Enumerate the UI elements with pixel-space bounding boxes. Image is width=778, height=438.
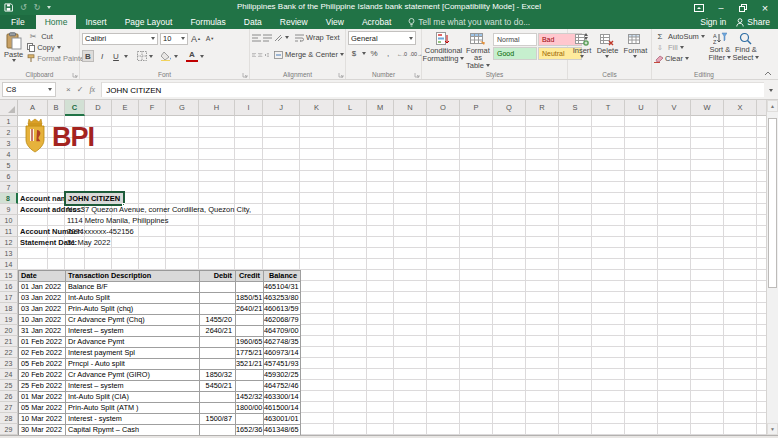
sign-in-link[interactable]: Sign in (700, 17, 726, 27)
row20-credit[interactable] (236, 326, 264, 337)
row22-debit[interactable] (200, 348, 236, 359)
cell-area[interactable]: BPI Account name:Account address:No. 37 … (18, 116, 766, 435)
merge-dropdown-icon[interactable] (340, 53, 344, 56)
comma-icon[interactable]: , (382, 48, 394, 60)
column-header-M[interactable]: M (367, 100, 394, 116)
decrease-font-icon[interactable]: A▼ (204, 33, 216, 45)
row20-description[interactable]: Interest – system (66, 326, 200, 337)
row29-debit[interactable] (200, 425, 236, 435)
row17-credit[interactable]: 1850/51 (236, 293, 264, 304)
tab-page-layout[interactable]: Page Layout (116, 15, 182, 29)
row29-description[interactable]: Capital Rpymt – Cash (66, 425, 200, 435)
row-header-28[interactable]: 28 (0, 413, 18, 424)
insert-cells-button[interactable]: Insert (571, 31, 594, 59)
row24-balance[interactable]: 459302/25 (264, 370, 301, 381)
column-header-T[interactable]: T (592, 100, 625, 116)
row17-description[interactable]: Int-Auto Split (66, 293, 200, 304)
row21-balance[interactable]: 462748/35 (264, 337, 301, 348)
borders-icon[interactable] (137, 51, 147, 61)
row27-debit[interactable] (200, 403, 236, 414)
row24-description[interactable]: Cr Advance Pymt (GIRO) (66, 370, 200, 381)
row-header-8[interactable]: 8 (0, 193, 18, 204)
row25-date[interactable]: 25 Feb 2022 (19, 381, 66, 392)
row27-balance[interactable]: 461500/14 (264, 403, 301, 414)
cut-button[interactable]: ✂Cut (27, 31, 87, 42)
clipboard-dialog-launcher-icon[interactable] (72, 72, 78, 78)
tab-formulas[interactable]: Formulas (181, 15, 234, 29)
formula-bar-expand-icon[interactable] (764, 85, 778, 94)
row20-balance[interactable]: 464709/00 (264, 326, 301, 337)
copy-dropdown-icon[interactable] (57, 46, 61, 49)
column-header-V[interactable]: V (658, 100, 691, 116)
increase-decimal-icon[interactable]: ←.0 (396, 48, 408, 60)
row16-balance[interactable]: 465104/31 (264, 282, 301, 293)
number-format-select[interactable]: General (348, 31, 416, 45)
row-header-22[interactable]: 22 (0, 347, 18, 358)
statement-header-date[interactable]: Date (19, 271, 66, 282)
statement-header-debit[interactable]: Debit (200, 271, 236, 282)
row-header-4[interactable]: 4 (0, 149, 18, 160)
row-header-2[interactable]: 2 (0, 127, 18, 138)
row18-debit[interactable] (200, 304, 236, 315)
row-header-1[interactable]: 1 (0, 116, 18, 127)
row16-debit[interactable] (200, 282, 236, 293)
row26-date[interactable]: 01 Mar 2022 (19, 392, 66, 403)
fill-button[interactable]: ⇩Fill (654, 42, 705, 53)
row19-balance[interactable]: 462068/79 (264, 315, 301, 326)
number-dialog-launcher-icon[interactable] (414, 72, 420, 78)
column-header-U[interactable]: U (625, 100, 658, 116)
column-header-P[interactable]: P (460, 100, 493, 116)
paste-dropdown-icon[interactable] (12, 59, 16, 62)
row-header-27[interactable]: 27 (0, 402, 18, 413)
row26-balance[interactable]: 463300/14 (264, 392, 301, 403)
row23-balance[interactable]: 457451/93 (264, 359, 301, 370)
column-header-I[interactable]: I (235, 100, 263, 116)
column-header-H[interactable]: H (199, 100, 235, 116)
column-header-W[interactable]: W (691, 100, 724, 116)
column-header-G[interactable]: G (166, 100, 199, 116)
row17-date[interactable]: 03 Jan 2022 (19, 293, 66, 304)
font-size-select[interactable]: 10 (160, 33, 188, 45)
font-color-icon[interactable]: A (186, 50, 198, 62)
sort-filter-button[interactable]: AZ Sort & Filter (707, 31, 733, 64)
tab-acrobat[interactable]: Acrobat (353, 15, 400, 29)
selected-cell-C8[interactable]: JOHN CITIZEN (65, 192, 124, 205)
row21-description[interactable]: Dr Advance Pymt (66, 337, 200, 348)
scroll-down-icon[interactable]: ▼ (767, 423, 778, 435)
collapse-ribbon-icon[interactable] (764, 71, 772, 76)
scroll-up-icon[interactable]: ▲ (767, 100, 778, 112)
column-header-N[interactable]: N (394, 100, 427, 116)
tell-me-box[interactable]: Tell me what you want to do... (400, 15, 538, 29)
row16-date[interactable]: 01 Jan 2022 (19, 282, 66, 293)
column-header-F[interactable]: F (139, 100, 166, 116)
column-header-E[interactable]: E (112, 100, 139, 116)
row-header-20[interactable]: 20 (0, 325, 18, 336)
row-header-5[interactable]: 5 (0, 160, 18, 171)
tab-view[interactable]: View (317, 15, 353, 29)
row25-description[interactable]: Interest – system (66, 381, 200, 392)
row18-date[interactable]: 03 Jan 2022 (19, 304, 66, 315)
row21-debit[interactable] (200, 337, 236, 348)
row-header-26[interactable]: 26 (0, 391, 18, 402)
row23-debit[interactable] (200, 359, 236, 370)
row28-date[interactable]: 10 Mar 2022 (19, 414, 66, 425)
column-header-L[interactable]: L (334, 100, 367, 116)
row29-date[interactable]: 30 Mar 2022 (19, 425, 66, 435)
column-header-O[interactable]: O (427, 100, 460, 116)
row16-description[interactable]: Balance B/F (66, 282, 200, 293)
tab-data[interactable]: Data (235, 15, 271, 29)
row-header-12[interactable]: 12 (0, 237, 18, 248)
row27-description[interactable]: Prin-Auto Split (ATM ) (66, 403, 200, 414)
copy-button[interactable]: Copy (27, 42, 87, 53)
bold-button[interactable]: B (82, 50, 94, 62)
column-header-C[interactable]: C (65, 100, 85, 116)
cancel-entry-icon[interactable]: × (66, 85, 71, 94)
accounting-dropdown-icon[interactable] (362, 52, 366, 55)
row-header-3[interactable]: 3 (0, 138, 18, 149)
merge-center-button[interactable]: Merge & Center (274, 50, 344, 59)
share-button[interactable]: Share (736, 17, 770, 27)
row27-date[interactable]: 05 Mar 2022 (19, 403, 66, 414)
align-center-icon[interactable] (258, 51, 262, 59)
row28-balance[interactable]: 463001/01 (264, 414, 301, 425)
indent-icon[interactable] (265, 51, 269, 59)
